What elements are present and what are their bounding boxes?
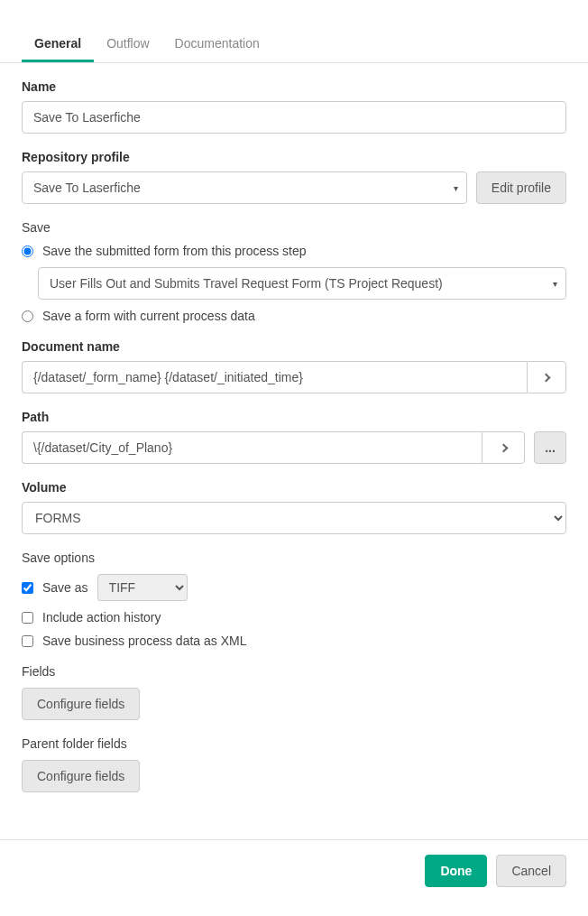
fields-label: Fields [22,664,566,679]
document-name-label: Document name [22,339,566,354]
path-browse-button[interactable]: ... [534,431,566,464]
tab-outflow[interactable]: Outflow [94,27,161,62]
path-label: Path [22,410,566,424]
volume-select[interactable]: FORMS [22,502,566,534]
save-xml-label[interactable]: Save business process data as XML [42,634,246,648]
save-as-checkbox[interactable] [22,582,33,594]
include-history-label[interactable]: Include action history [42,610,161,625]
process-step-select[interactable]: ▾ [38,267,566,300]
path-input[interactable] [22,431,482,464]
save-options-label: Save options [22,551,566,565]
configure-fields-button[interactable]: Configure fields [22,688,140,720]
process-step-value[interactable] [38,267,566,300]
configure-parent-fields-button[interactable]: Configure fields [22,760,140,792]
name-label: Name [22,79,566,94]
path-token-button[interactable] [482,431,525,464]
save-xml-checkbox[interactable] [22,635,33,647]
save-current-label[interactable]: Save a form with current process data [42,309,255,323]
save-as-format-select[interactable]: TIFF [97,574,188,601]
chevron-right-icon [499,443,508,452]
tab-documentation[interactable]: Documentation [162,27,272,62]
include-history-checkbox[interactable] [22,612,33,624]
save-as-label[interactable]: Save as [42,580,88,595]
repository-profile-select[interactable]: ▾ [22,171,467,204]
volume-label: Volume [22,480,566,495]
save-submitted-radio[interactable] [22,245,33,257]
parent-folder-fields-label: Parent folder fields [22,736,566,751]
name-input[interactable] [22,101,566,134]
edit-profile-button[interactable]: Edit profile [476,171,566,204]
document-name-input[interactable] [22,361,527,393]
repository-profile-label: Repository profile [22,150,566,164]
save-submitted-label[interactable]: Save the submitted form from this proces… [42,244,307,258]
dialog-footer: Done Cancel [0,839,588,902]
done-button[interactable]: Done [425,855,487,887]
save-label: Save [22,220,566,235]
cancel-button[interactable]: Cancel [496,855,566,887]
repository-profile-value[interactable] [22,171,467,204]
document-name-token-button[interactable] [527,361,566,393]
tabs-bar: General Outflow Documentation [0,27,588,63]
tab-general[interactable]: General [22,27,94,62]
chevron-right-icon [542,373,551,382]
save-current-radio[interactable] [22,310,33,322]
